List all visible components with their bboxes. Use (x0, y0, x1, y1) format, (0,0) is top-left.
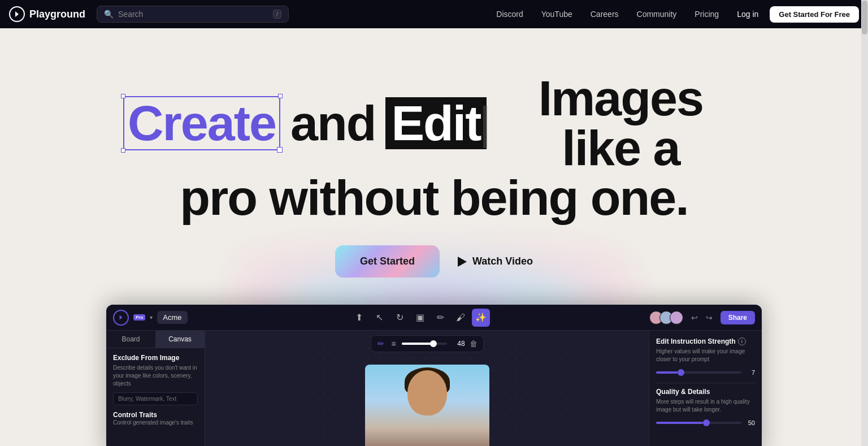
search-placeholder: Search (118, 10, 143, 19)
search-icon: 🔍 (104, 10, 114, 19)
logo-icon (9, 6, 25, 22)
nav-logo[interactable]: Playground (9, 6, 85, 22)
play-icon (458, 257, 467, 267)
nav-link-careers[interactable]: Careers (584, 6, 626, 22)
exclude-title: Exclude From Image (113, 354, 198, 362)
app-topbar: Pro ▾ Acme ⬆ ↖ ↻ ▣ ✏ 🖌 ✨ ↩ (106, 305, 762, 331)
search-bar[interactable]: 🔍 Search / (97, 6, 289, 23)
tab-board[interactable]: Board (106, 331, 155, 348)
navbar: Playground 🔍 Search / Discord YouTube Ca… (0, 0, 868, 28)
hero-line1-rest: Images like a (497, 73, 745, 173)
app-body: Board Canvas Exclude From Image Describe… (106, 331, 762, 446)
app-topbar-right: ↩ ↪ Share (653, 311, 755, 324)
logo-text: Playground (29, 8, 85, 20)
scrollbar-thumb[interactable] (862, 1, 867, 34)
hero-buttons: Get Started Watch Video (335, 245, 533, 278)
login-link[interactable]: Log in (730, 6, 765, 22)
search-shortcut: / (273, 10, 281, 19)
word-create: Create (128, 95, 276, 151)
app-right-panel: Edit Instruction Strength i Higher value… (649, 331, 762, 446)
nav-links: Discord YouTube Careers Community Pricin… (489, 6, 859, 23)
nav-link-community[interactable]: Community (630, 6, 684, 22)
undo-button[interactable]: ↩ (688, 311, 701, 324)
app-canvas: ✏ ≡ 48 🗑 (205, 331, 649, 446)
panel-tabs: Board Canvas (106, 331, 205, 348)
app-toolbar: ⬆ ↖ ↻ ▣ ✏ 🖌 ✨ (192, 309, 648, 327)
hero-get-started-button[interactable]: Get Started (335, 245, 440, 278)
handle-bl (121, 148, 125, 153)
handle-br (278, 148, 283, 153)
hero-edit-word: Edit (385, 97, 486, 149)
app-project-name[interactable]: Acme (157, 311, 187, 324)
hero-section: Create and Edit Images like a pro withou… (0, 28, 868, 446)
strength-slider-fill (656, 371, 678, 374)
canvas-delete-icon[interactable]: 🗑 (470, 339, 478, 348)
hero-create-word: Create (123, 96, 280, 150)
share-button[interactable]: Share (721, 311, 755, 324)
strength-title: Edit Instruction Strength i (656, 337, 755, 345)
canvas-brush-icon[interactable]: ✏ (376, 338, 385, 349)
canvas-slider[interactable] (402, 343, 447, 345)
toolbar-paint-btn[interactable]: 🖌 (452, 309, 470, 327)
undo-redo-controls: ↩ ↪ (688, 311, 716, 324)
word-edit: Edit (391, 95, 480, 151)
nav-link-discord[interactable]: Discord (489, 6, 530, 22)
strength-slider[interactable] (656, 371, 741, 374)
quality-slider-thumb (703, 419, 710, 426)
word-and: and (290, 98, 375, 148)
toolbar-draw-btn[interactable]: ✏ (431, 309, 449, 327)
toolbar-rotate-btn[interactable]: ↻ (390, 309, 409, 327)
right-divider (656, 383, 755, 383)
quality-value: 50 (746, 419, 755, 426)
app-chevron-icon: ▾ (150, 314, 153, 321)
control-desc: Control generated image's traits (113, 419, 198, 427)
app-preview: Pro ▾ Acme ⬆ ↖ ↻ ▣ ✏ 🖌 ✨ ↩ (106, 305, 762, 446)
nav-link-pricing[interactable]: Pricing (688, 6, 726, 22)
app-pro-badge: Pro (133, 314, 145, 321)
exclude-desc: Describe details you don't want in your … (113, 364, 198, 388)
handle-tr (278, 94, 283, 98)
quality-title: Quality & Details (656, 388, 755, 396)
quality-desc: More steps will result in a high quality… (656, 398, 755, 414)
canvas-slider-thumb (430, 340, 437, 347)
exclude-section: Exclude From Image Describe details you … (106, 348, 205, 432)
strength-desc: Higher values will make your image close… (656, 348, 755, 363)
canvas-slider-value: 48 (452, 340, 465, 348)
hero-headline: Create and Edit Images like a pro withou… (123, 73, 745, 223)
quality-slider-row: 50 (656, 419, 755, 426)
quality-slider[interactable] (656, 422, 741, 424)
quality-slider-fill (656, 422, 703, 424)
strength-slider-row: 7 (656, 369, 755, 376)
canvas-slider-fill (402, 343, 433, 345)
strength-slider-thumb (678, 369, 684, 376)
exclude-input[interactable] (113, 392, 198, 405)
hero-line2: pro without being one. (123, 173, 745, 223)
canvas-person-head (407, 370, 447, 415)
watch-video-label: Watch Video (472, 256, 533, 267)
app-logo-small (113, 310, 129, 326)
canvas-lines-icon[interactable]: ≡ (390, 338, 397, 349)
strength-value: 7 (746, 369, 755, 376)
avatar-3 (670, 311, 683, 324)
hero-watch-video-button[interactable]: Watch Video (458, 256, 533, 267)
toolbar-select-btn[interactable]: ↖ (370, 309, 388, 327)
handle-tl (121, 94, 125, 98)
control-title: Control Traits (113, 411, 198, 419)
toolbar-frame-btn[interactable]: ▣ (411, 309, 429, 327)
tab-canvas[interactable]: Canvas (155, 331, 205, 348)
avatar-stack (653, 311, 683, 324)
canvas-image (365, 365, 489, 446)
nav-link-youtube[interactable]: YouTube (535, 6, 579, 22)
get-started-button[interactable]: Get Started For Free (770, 6, 859, 23)
scrollbar[interactable] (861, 0, 868, 446)
strength-info-icon: i (738, 337, 746, 345)
toolbar-magic-btn[interactable]: ✨ (472, 309, 490, 327)
redo-button[interactable]: ↪ (702, 311, 716, 324)
toolbar-export-btn[interactable]: ⬆ (350, 309, 368, 327)
app-left-panel: Board Canvas Exclude From Image Describe… (106, 331, 205, 446)
canvas-toolbar: ✏ ≡ 48 🗑 (370, 335, 483, 352)
